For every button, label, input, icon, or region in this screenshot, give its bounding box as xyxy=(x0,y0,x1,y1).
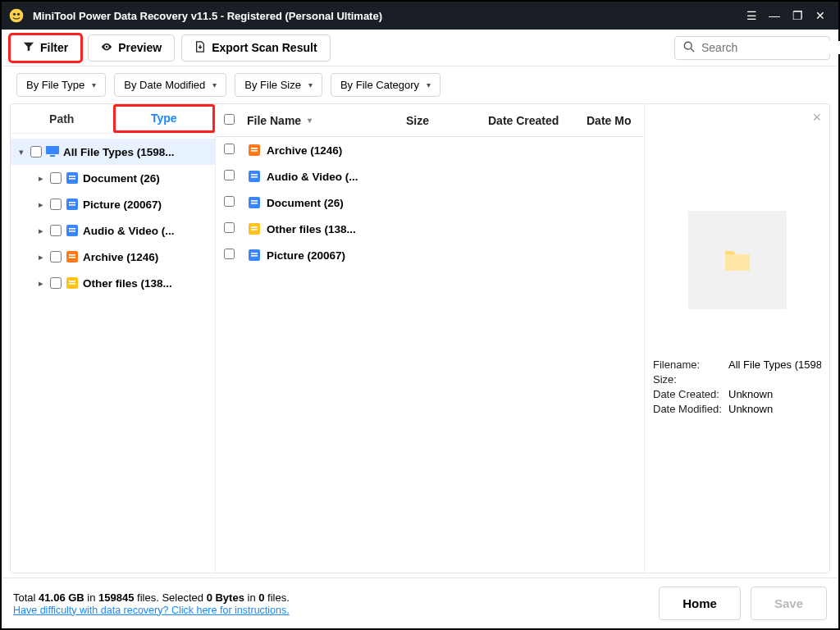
tree-root[interactable]: ▾ All File Types (1598... xyxy=(11,139,215,165)
footer: Total 41.06 GB in 159845 files. Selected… xyxy=(2,578,838,628)
svg-rect-36 xyxy=(251,253,258,254)
export-icon xyxy=(194,41,206,55)
search-input[interactable] xyxy=(701,41,840,54)
save-button[interactable]: Save xyxy=(751,587,827,620)
svg-rect-10 xyxy=(69,178,75,180)
filter-button[interactable]: Filter xyxy=(10,34,81,62)
folder-icon xyxy=(724,248,751,272)
meta-date-created-label: Date Created: xyxy=(653,388,728,400)
select-all-checkbox[interactable] xyxy=(224,114,235,125)
col-file-name[interactable]: File Name▾ xyxy=(247,114,406,127)
by-file-category-filter[interactable]: By File Category▾ xyxy=(331,73,441,97)
svg-rect-27 xyxy=(251,174,258,176)
svg-rect-28 xyxy=(251,176,258,178)
tree-item-label: Archive (1246) xyxy=(83,251,158,263)
row-checkbox[interactable] xyxy=(224,170,235,180)
svg-rect-18 xyxy=(69,254,75,256)
by-file-size-filter[interactable]: By File Size▾ xyxy=(235,73,322,97)
tree-root-checkbox[interactable] xyxy=(30,146,42,158)
by-date-modified-filter[interactable]: By Date Modified▾ xyxy=(114,73,226,97)
chevron-down-icon: ▾ xyxy=(427,80,431,89)
col-date-created[interactable]: Date Created xyxy=(488,114,587,127)
tree-item-label: Other files (138... xyxy=(83,277,172,290)
row-checkbox[interactable] xyxy=(224,144,235,154)
svg-point-2 xyxy=(17,13,20,16)
svg-rect-16 xyxy=(69,231,75,232)
tree-item[interactable]: ▸Picture (20067) xyxy=(11,191,215,217)
category-icon xyxy=(65,197,80,212)
category-icon xyxy=(247,248,262,262)
tree-item[interactable]: ▸Audio & Video (... xyxy=(11,217,215,244)
filter-bar: By File Type▾ By Date Modified▾ By File … xyxy=(2,66,838,103)
svg-point-1 xyxy=(13,13,16,16)
tree-item-label: Picture (20067) xyxy=(83,199,162,211)
by-file-type-filter[interactable]: By File Type▾ xyxy=(16,73,106,97)
svg-rect-13 xyxy=(69,204,75,206)
sort-indicator-icon: ▾ xyxy=(308,116,312,125)
col-size[interactable]: Size xyxy=(406,114,488,127)
meta-filename-label: Filename: xyxy=(653,358,728,371)
preview-metadata: Filename:All File Types (15984 Size: Dat… xyxy=(653,358,821,415)
row-checkbox[interactable] xyxy=(224,249,235,259)
tree-item-checkbox[interactable] xyxy=(50,225,62,236)
category-icon xyxy=(65,171,80,185)
maximize-icon[interactable]: ❐ xyxy=(786,4,809,27)
minimize-icon[interactable]: — xyxy=(763,4,786,27)
preview-button[interactable]: Preview xyxy=(88,34,175,62)
svg-rect-19 xyxy=(69,257,75,258)
home-button[interactable]: Home xyxy=(659,587,741,620)
help-link[interactable]: Have difficulty with data recovery? Clic… xyxy=(13,605,290,616)
tree-item[interactable]: ▸Other files (138... xyxy=(11,270,215,296)
preview-button-label: Preview xyxy=(118,41,162,54)
close-preview-icon[interactable]: × xyxy=(812,109,821,126)
svg-rect-9 xyxy=(69,176,75,177)
svg-point-3 xyxy=(106,45,107,47)
toolbar: Filter Preview Export Scan Result xyxy=(2,30,838,66)
chevron-right-icon[interactable]: ▸ xyxy=(35,278,47,289)
tree-item-checkbox[interactable] xyxy=(50,251,62,262)
file-row[interactable]: Picture (20067) xyxy=(216,242,644,268)
tab-type[interactable]: Type xyxy=(113,104,216,133)
chevron-right-icon[interactable]: ▸ xyxy=(35,226,47,236)
svg-rect-31 xyxy=(251,203,258,204)
file-row[interactable]: Archive (1246) xyxy=(216,137,644,163)
row-checkbox[interactable] xyxy=(224,196,235,207)
category-icon xyxy=(247,169,262,184)
file-row[interactable]: Other files (138... xyxy=(216,216,644,242)
file-row[interactable]: Document (26) xyxy=(216,189,644,216)
tree-item-checkbox[interactable] xyxy=(50,172,62,184)
tree-item[interactable]: ▸Document (26) xyxy=(11,165,215,191)
svg-line-5 xyxy=(691,48,694,52)
tree-item-checkbox[interactable] xyxy=(50,199,62,210)
row-checkbox[interactable] xyxy=(224,222,235,233)
svg-rect-12 xyxy=(69,202,75,203)
row-label: Picture (20067) xyxy=(267,249,644,262)
sidebar-tabs: Path Type xyxy=(11,104,215,134)
close-icon[interactable]: ✕ xyxy=(809,4,832,27)
tree-item-checkbox[interactable] xyxy=(50,277,62,289)
titlebar: MiniTool Power Data Recovery v11.5 - Reg… xyxy=(2,2,838,30)
preview-thumbnail xyxy=(688,211,787,309)
svg-rect-25 xyxy=(251,150,258,152)
row-label: Other files (138... xyxy=(267,223,644,235)
col-date-modified[interactable]: Date Mo xyxy=(587,114,644,127)
svg-point-4 xyxy=(684,42,692,49)
chevron-right-icon[interactable]: ▸ xyxy=(35,173,47,184)
file-row[interactable]: Audio & Video (... xyxy=(216,163,644,189)
chevron-right-icon[interactable]: ▸ xyxy=(35,199,47,210)
chevron-down-icon: ▾ xyxy=(92,80,96,89)
menu-icon[interactable]: ☰ xyxy=(740,4,763,27)
tree: ▾ All File Types (1598... ▸Document (26)… xyxy=(11,134,215,573)
meta-size-value xyxy=(728,373,821,386)
tree-item[interactable]: ▸Archive (1246) xyxy=(11,244,215,270)
chevron-down-icon[interactable]: ▾ xyxy=(16,147,27,158)
search-box[interactable] xyxy=(674,36,830,60)
chevron-right-icon[interactable]: ▸ xyxy=(35,252,47,262)
category-icon xyxy=(247,195,262,210)
export-button[interactable]: Export Scan Result xyxy=(181,34,330,62)
svg-rect-33 xyxy=(251,226,258,228)
meta-size-label: Size: xyxy=(653,373,728,386)
meta-filename-value: All File Types (15984 xyxy=(728,358,821,371)
tab-path[interactable]: Path xyxy=(11,104,113,133)
file-list: File Name▾ Size Date Created Date Mo Arc… xyxy=(216,104,645,573)
